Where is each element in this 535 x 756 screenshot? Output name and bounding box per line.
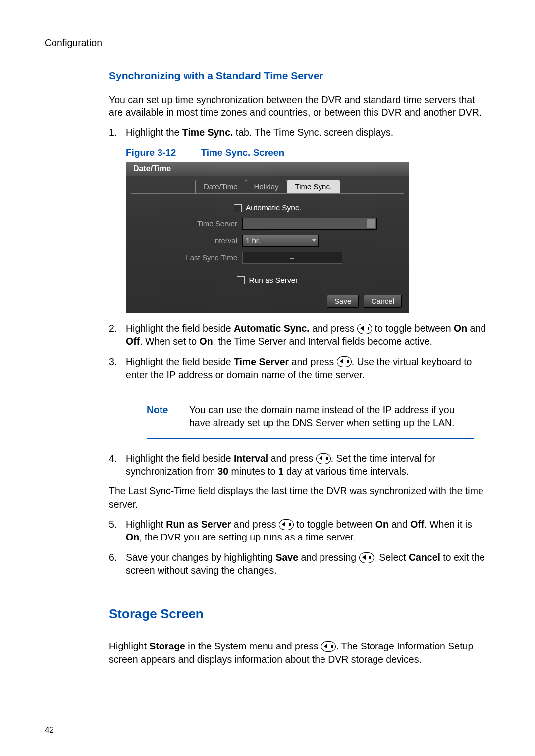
text-bold: On (454, 323, 467, 334)
section-heading-sync: Synchronizing with a Standard Time Serve… (109, 69, 490, 83)
enter-button-icon (357, 324, 372, 334)
text: minutes to (228, 466, 278, 477)
text: , the DVR you are setting up runs as a t… (139, 532, 356, 542)
time-server-input[interactable] (242, 218, 377, 230)
text: in the System menu and press (185, 641, 321, 651)
text: and (389, 519, 410, 530)
step-body: Highlight the field beside Interval and … (126, 452, 490, 478)
note-body: You can use the domain name instead of t… (189, 403, 474, 430)
keyboard-icon[interactable] (367, 219, 375, 228)
text: and pressing (298, 552, 359, 563)
intro-para: You can set up time synchronization betw… (109, 93, 490, 119)
text: . When it is (424, 519, 472, 530)
text-bold: On (199, 336, 213, 347)
text-bold: Off (126, 336, 140, 347)
step-number: 4. (109, 452, 126, 478)
text: , the Time Server and Interval fields be… (213, 336, 432, 347)
text: . Select (374, 552, 409, 563)
tab-timesync[interactable]: Time Sync. (287, 180, 340, 193)
step-4: 4. Highlight the field beside Interval a… (109, 452, 490, 478)
automatic-sync-label: Automatic Sync. (246, 203, 301, 213)
note-label: Note (147, 403, 189, 430)
page: Configuration Synchronizing with a Stand… (0, 0, 535, 756)
enter-button-icon (279, 519, 294, 530)
text: . When set to (140, 336, 199, 347)
text-bold: Run as Server (166, 519, 231, 530)
step-body: Save your changes by highlighting Save a… (126, 551, 490, 577)
figure-number: Figure 3-12 (126, 147, 176, 158)
step-3: 3. Highlight the field beside Time Serve… (109, 355, 490, 381)
text: Highlight the (126, 127, 182, 138)
time-server-label: Time Server (133, 219, 242, 229)
text: and press (289, 356, 336, 367)
page-header: Configuration (45, 36, 490, 49)
figure-caption: Figure 3-12Time Sync. Screen (126, 146, 490, 159)
row-run-as-server: Run as Server (126, 275, 409, 286)
step-number: 2. (109, 322, 126, 348)
row-interval: Interval 1 hr. (126, 235, 409, 247)
text: Highlight (109, 641, 149, 651)
section-heading-storage: Storage Screen (109, 605, 490, 623)
text: and press (268, 453, 316, 464)
step-body: Highlight Run as Server and press to tog… (126, 518, 490, 544)
dvr-dialog: Date/Time Date/Time Holiday Time Sync. A… (126, 162, 409, 313)
row-last-sync: Last Sync-Time – (126, 252, 409, 264)
tab-holiday[interactable]: Holiday (246, 180, 287, 193)
text-bold: Time Server (234, 356, 289, 367)
step-1: 1. Highlight the Time Sync. tab. The Tim… (109, 126, 490, 139)
step-number: 1. (109, 126, 126, 139)
run-as-server-checkbox[interactable] (237, 276, 245, 284)
page-number: 42 (45, 725, 54, 736)
ordered-steps: 1. Highlight the Time Sync. tab. The Tim… (109, 126, 490, 381)
text: Highlight the field beside (126, 453, 234, 464)
text: to toggle between (372, 323, 454, 334)
text-bold: Time Sync. (182, 127, 233, 138)
text-bold: 30 (217, 466, 228, 477)
last-sync-value: – (242, 252, 342, 264)
text: to toggle between (294, 519, 375, 530)
text: Highlight (126, 519, 166, 530)
footer-rule (45, 722, 490, 722)
dialog-tabs: Date/Time Holiday Time Sync. (126, 180, 409, 193)
figure-title: Time Sync. Screen (201, 147, 284, 158)
text-bold: On (375, 519, 389, 530)
cancel-button[interactable]: Cancel (364, 295, 402, 308)
text: Highlight the field beside (126, 356, 234, 367)
ordered-steps-cont2: 5. Highlight Run as Server and press to … (109, 518, 490, 577)
step-number: 5. (109, 518, 126, 544)
enter-button-icon (359, 552, 374, 563)
ordered-steps-cont: 4. Highlight the field beside Interval a… (109, 452, 490, 478)
text-bold: Automatic Sync. (234, 323, 310, 334)
text-bold: Cancel (409, 552, 440, 563)
text: and (467, 323, 486, 334)
chevron-down-icon (312, 239, 316, 242)
text-bold: Interval (234, 453, 268, 464)
text-bold: Off (410, 519, 424, 530)
text: and press (310, 323, 357, 334)
automatic-sync-checkbox[interactable] (234, 204, 242, 212)
step-number: 6. (109, 551, 126, 577)
text-bold: Save (275, 552, 298, 563)
enter-button-icon (316, 453, 331, 464)
text: and press (231, 519, 278, 530)
tab-separator (131, 193, 404, 194)
interval-select[interactable]: 1 hr. (242, 235, 319, 247)
step-body: Highlight the Time Sync. tab. The Time S… (126, 126, 490, 139)
step-body: Highlight the field beside Time Server a… (126, 355, 490, 381)
text: tab. The Time Sync. screen displays. (233, 127, 393, 138)
step-2: 2. Highlight the field beside Automatic … (109, 322, 490, 348)
text: Save your changes by highlighting (126, 552, 275, 563)
text: Highlight the field beside (126, 323, 234, 334)
tab-datetime[interactable]: Date/Time (195, 180, 246, 193)
text-bold: Storage (149, 641, 185, 651)
run-as-server-label: Run as Server (249, 275, 298, 286)
dialog-title: Date/Time (126, 162, 409, 176)
text-bold: 1 (278, 466, 284, 477)
storage-para: Highlight Storage in the System menu and… (109, 640, 490, 666)
content-column: Synchronizing with a Standard Time Serve… (109, 69, 490, 666)
text: day at various time intervals. (284, 466, 409, 477)
save-button[interactable]: Save (327, 295, 359, 308)
step-number: 3. (109, 355, 126, 381)
note-block: Note You can use the domain name instead… (147, 394, 474, 439)
last-sync-label: Last Sync-Time (133, 253, 242, 263)
